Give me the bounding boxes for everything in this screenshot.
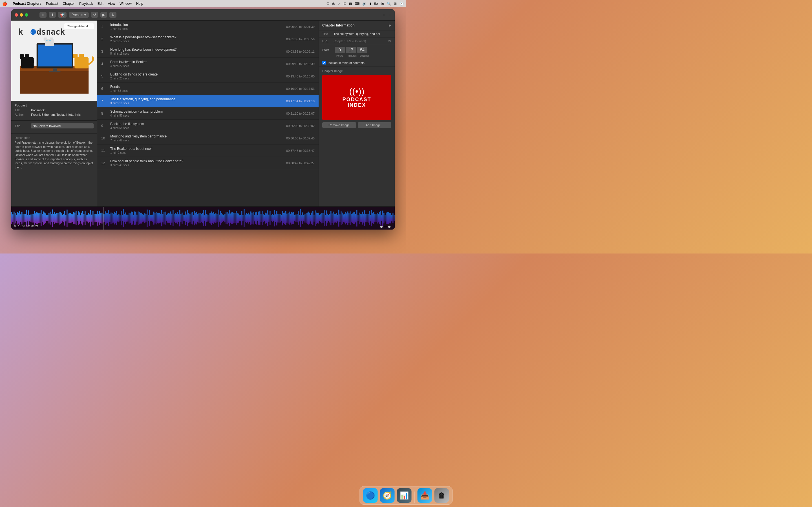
chapter-info-7: The file system, querying, and performan… (108, 97, 286, 105)
remove-image-button[interactable]: Remove Image (322, 122, 356, 128)
share-button[interactable]: ⬆ (40, 12, 47, 18)
waveform-bar[interactable]: 00:16:00 / 01:06:21 (11, 207, 395, 230)
add-chapter-button[interactable]: + (383, 12, 385, 17)
right-panel-header: Chapter Information ▶ (319, 20, 395, 31)
chapter-row-12[interactable]: 12 How should people think about the Bea… (97, 157, 319, 169)
chapter-row-1[interactable]: 1 Introduction 1 min 39 secs 00:00:00 to… (97, 20, 319, 33)
episode-title-label: Title (15, 124, 29, 128)
chapter-duration-3: 5 mins 15 secs (110, 52, 284, 55)
menubar-podcast[interactable]: Podcast (46, 2, 58, 6)
hours-label: Hours (335, 54, 345, 57)
scrubber-right[interactable] (388, 226, 391, 228)
podcast-meta: Podcast Title Kodsnack Author Fredrik Bj… (11, 101, 97, 121)
time-unit-labels: Hours Minutes Seconds (335, 54, 391, 57)
check-icon[interactable]: ✓ (338, 2, 341, 6)
fullscreen-button[interactable] (25, 13, 28, 17)
hours-value-box[interactable]: 0 (335, 47, 345, 53)
chapter-row-6[interactable]: 6 Feeds 1 min 53 secs 00:16:00 to 00:17:… (97, 82, 319, 95)
close-button[interactable] (15, 13, 18, 17)
chapter-title-field-input[interactable] (334, 32, 391, 36)
toc-checkbox[interactable] (322, 61, 326, 64)
menubar-edit[interactable]: Edit (98, 2, 103, 6)
menubar-app[interactable]: Podcast Chapters (13, 2, 42, 6)
dropbox-icon[interactable]: ⬡ (326, 2, 329, 6)
monitor-icon[interactable]: ⊡ (343, 2, 346, 6)
seconds-value-box[interactable]: 54 (357, 47, 367, 53)
svg-text:k: k (18, 27, 23, 37)
start-time-section: Start 0 17 54 (319, 45, 395, 59)
chapter-title-1: Introduction (110, 23, 284, 27)
title-bar: ⬆ ⬆ 📢 Presets ▾ ↺ ▶ ↻ + − (11, 9, 395, 20)
chapter-num-1: 1 (101, 25, 108, 29)
play-button[interactable]: ▶ (100, 12, 107, 18)
search-icon[interactable]: 🔍 (387, 2, 391, 6)
chapter-title-10: Mounting and filesystem performance (110, 134, 284, 138)
chapter-info-5: Building on things others create 2 mins … (108, 72, 286, 80)
chapter-list[interactable]: 1 Introduction 1 min 39 secs 00:00:00 to… (97, 20, 319, 207)
menubar-playback[interactable]: Playback (79, 2, 93, 6)
chapter-row-5[interactable]: 5 Building on things others create 2 min… (97, 70, 319, 82)
title-bar-right: + − (383, 12, 391, 17)
chapter-num-7: 7 (101, 99, 108, 103)
left-sidebar: k ⊙ dsnack (11, 20, 97, 207)
chapter-row-11[interactable]: 11 The Beaker beta is out now! 1 min 2 s… (97, 145, 319, 157)
menubar-help[interactable]: Help (136, 2, 143, 6)
chapter-row-9[interactable]: 9 Back to the file system 3 mins 54 secs… (97, 120, 319, 132)
apple-menu[interactable]: 🍎 (2, 1, 7, 6)
wifi-icon[interactable]: ◎ (332, 2, 335, 6)
menubar-view[interactable]: View (108, 2, 115, 6)
chapter-image-label: Chapter Image (322, 69, 391, 73)
chapter-num-12: 12 (101, 161, 108, 165)
svg-rect-7 (49, 71, 61, 72)
menubar-right: ⬡ ◎ ✓ ⊡ ⊞ ⌨ 🔊 ▮ tio i tio 🔍 ⊞ 🕐 (326, 2, 404, 6)
control-center-icon[interactable]: ⊞ (394, 2, 397, 6)
change-artwork-button[interactable]: Change Artwork... (64, 23, 94, 29)
chapter-info-title: Chapter Information (322, 23, 355, 27)
export-button[interactable]: ⬆ (49, 12, 56, 18)
url-visibility-toggle[interactable]: 👁 (388, 39, 391, 43)
seconds-label: Seconds (359, 54, 370, 57)
cast-icon[interactable]: ⊞ (349, 2, 352, 6)
chapter-row-4[interactable]: 4 Parts involved in Beaker 4 mins 27 sec… (97, 58, 319, 70)
chapter-duration-6: 1 min 53 secs (110, 89, 284, 93)
forward-button[interactable]: ↻ (109, 12, 116, 18)
hours-value: 0 (336, 48, 343, 52)
chapter-row-8[interactable]: 8 Schema definition - a later problem 4 … (97, 107, 319, 120)
chapter-duration-9: 3 mins 54 secs (110, 126, 284, 129)
description-label: Description (15, 136, 94, 139)
menubar-chapter[interactable]: Chapter (63, 2, 75, 6)
traffic-lights (15, 13, 28, 17)
chapter-title-12: How should people think about the Beaker… (110, 159, 284, 163)
chapter-info-4: Parts involved in Beaker 4 mins 27 secs (108, 60, 286, 68)
volume-icon[interactable]: 🔊 (362, 2, 366, 6)
artwork-container: k ⊙ dsnack (11, 20, 97, 101)
chapter-row-7[interactable]: 7 The file system, querying, and perform… (97, 95, 319, 107)
waveform-scrubber (380, 226, 391, 228)
podcast-artwork: k ⊙ dsnack (11, 20, 97, 101)
chapter-info-12: How should people think about the Beaker… (108, 159, 286, 167)
menubar-window[interactable]: Window (119, 2, 132, 6)
audio-button[interactable]: 📢 (58, 12, 66, 18)
chapter-time-4: 00:09:12 to 00:13:39 (286, 62, 315, 66)
add-image-button[interactable]: Add Image... (358, 122, 392, 128)
chapter-row-2[interactable]: 2 What is a peer-to-peer browser for hac… (97, 33, 319, 45)
minimize-button[interactable] (20, 13, 23, 17)
chapter-num-3: 3 (101, 50, 108, 54)
chapter-time-7: 00:17:54 to 00:21:10 (286, 100, 315, 103)
chapter-info-8: Schema definition - a later problem 4 mi… (108, 110, 286, 117)
minutes-value-box[interactable]: 17 (346, 47, 356, 53)
episode-title-input[interactable] (31, 123, 94, 128)
panel-expand-button[interactable]: ▶ (389, 23, 391, 27)
chapter-url-field: URL 👁 (319, 38, 395, 45)
chapter-row-10[interactable]: 10 Mounting and filesystem performance 7… (97, 132, 319, 145)
rewind-button[interactable]: ↺ (91, 12, 98, 18)
chapter-url-field-input[interactable] (334, 40, 388, 43)
battery-icon[interactable]: ▮ (369, 2, 371, 6)
keyboard-icon[interactable]: ⌨ (355, 2, 359, 6)
presets-button[interactable]: Presets ▾ (69, 12, 89, 18)
remove-chapter-button[interactable]: − (389, 12, 391, 17)
svg-rect-23 (73, 54, 78, 58)
scrubber-left[interactable] (380, 226, 383, 228)
chapter-row-3[interactable]: 3 How long has Beaker been in developmen… (97, 45, 319, 58)
chapter-title-3: How long has Beaker been in development? (110, 48, 284, 52)
